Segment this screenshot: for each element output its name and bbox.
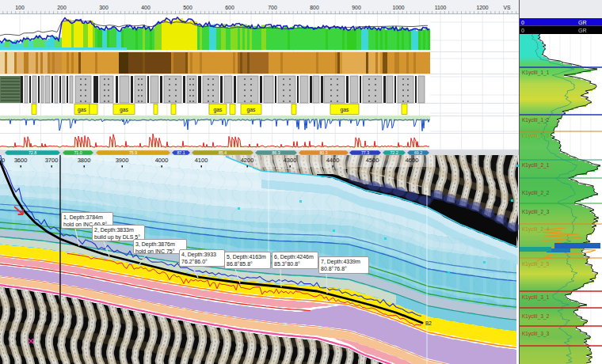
svg-text:gas: gas — [78, 107, 87, 113]
svg-text:800: 800 — [310, 5, 319, 10]
svg-text:200: 200 — [57, 5, 67, 10]
svg-text:gas: gas — [214, 107, 223, 113]
svg-text:600: 600 — [225, 5, 234, 10]
svg-text:80.3: 80.3 — [319, 150, 327, 155]
svg-text:VS: VS — [503, 5, 511, 10]
svg-text:700: 700 — [268, 5, 277, 10]
svg-text:69.2: 69.2 — [414, 150, 422, 155]
svg-text:K1ycIII_2_1: K1ycIII_2_1 — [522, 162, 550, 169]
svg-text:0: 0 — [521, 28, 524, 33]
svg-text:3600: 3600 — [14, 157, 28, 164]
svg-text:4300: 4300 — [284, 157, 297, 164]
svg-text:300: 300 — [99, 5, 109, 10]
svg-text:K1ycIII_2_3: K1ycIII_2_3 — [522, 209, 550, 215]
svg-text:4100: 4100 — [195, 157, 208, 164]
svg-text:gas: gas — [341, 107, 350, 113]
svg-text:K1ycIII_1_1: K1ycIII_1_1 — [522, 70, 550, 76]
svg-text:100: 100 — [15, 5, 25, 10]
svg-text:K1ycIII_2_5: K1ycIII_2_5 — [522, 261, 550, 267]
svg-text:K1ycIII_3_1: K1ycIII_3_1 — [522, 294, 550, 301]
svg-text:77.3: 77.3 — [361, 150, 369, 155]
svg-text:500: 500 — [183, 5, 192, 10]
svg-text:87.1: 87.1 — [177, 150, 185, 155]
svg-text:4400: 4400 — [326, 157, 340, 164]
svg-text:4600: 4600 — [406, 157, 419, 164]
svg-text:B2: B2 — [425, 320, 432, 326]
svg-text:72.8: 72.8 — [29, 150, 36, 155]
svg-text:GR: GR — [578, 20, 587, 25]
svg-text:900: 900 — [352, 5, 361, 10]
svg-text:K1ycIII_2_2: K1ycIII_2_2 — [522, 190, 550, 196]
svg-text:3800: 3800 — [78, 157, 91, 164]
svg-text:400: 400 — [141, 5, 150, 10]
svg-text:86.3: 86.3 — [272, 150, 280, 155]
svg-text:1100: 1100 — [435, 5, 447, 10]
svg-text:3900: 3900 — [116, 157, 129, 164]
svg-text:K1ycIII_1_2: K1ycIII_1_2 — [522, 117, 550, 123]
svg-text:1200: 1200 — [476, 5, 488, 10]
svg-text:75.9: 75.9 — [129, 150, 137, 155]
svg-text:72.2: 72.2 — [390, 150, 398, 155]
svg-text:K1ycIII_1_3: K1ycIII_1_3 — [522, 133, 550, 139]
svg-text:K1ycIII_3_2: K1ycIII_3_2 — [522, 313, 550, 320]
svg-text:K1ycIII_3_3: K1ycIII_3_3 — [522, 331, 550, 337]
svg-text:K1ycIII_2_4: K1ycIII_2_4 — [522, 226, 550, 233]
svg-text:85.4: 85.4 — [219, 150, 227, 155]
svg-text:71.0: 71.0 — [74, 150, 82, 155]
svg-text:4200: 4200 — [241, 157, 254, 164]
svg-text:1000: 1000 — [392, 5, 404, 10]
svg-text:00: 00 — [0, 157, 5, 164]
svg-text:4000: 4000 — [155, 157, 169, 164]
svg-text:0: 0 — [521, 20, 524, 25]
svg-text:4500: 4500 — [366, 157, 379, 164]
svg-text:gas: gas — [247, 107, 257, 113]
svg-text:GR: GR — [578, 28, 587, 33]
svg-text:gas: gas — [120, 107, 129, 113]
svg-text:3700: 3700 — [45, 157, 59, 164]
